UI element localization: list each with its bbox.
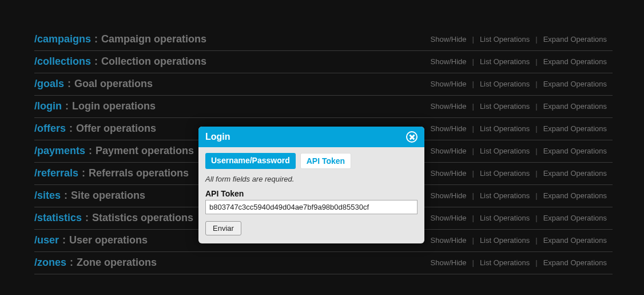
modal-title: Login bbox=[205, 132, 230, 142]
api-actions: Show/Hide|List Operations|Expand Operati… bbox=[425, 258, 613, 267]
api-token-label: API Token bbox=[205, 189, 418, 198]
expand-operations-link[interactable]: Expand Operations bbox=[538, 57, 613, 66]
api-row-title[interactable]: /zones:Zone operations bbox=[34, 257, 157, 269]
api-row-title[interactable]: /user:User operations bbox=[34, 234, 148, 246]
api-path[interactable]: /payments bbox=[34, 145, 85, 157]
colon: : bbox=[64, 190, 67, 202]
api-path[interactable]: /sites bbox=[34, 190, 61, 202]
show-hide-link[interactable]: Show/Hide bbox=[425, 102, 472, 111]
colon: : bbox=[70, 257, 73, 269]
api-row-title[interactable]: /referrals:Referrals operations bbox=[34, 167, 189, 179]
api-path[interactable]: /user bbox=[34, 234, 59, 246]
list-operations-link[interactable]: List Operations bbox=[474, 57, 535, 66]
api-row-title[interactable]: /offers:Offer operations bbox=[34, 123, 156, 135]
colon: : bbox=[67, 78, 71, 90]
api-actions: Show/Hide|List Operations|Expand Operati… bbox=[425, 124, 613, 133]
list-operations-link[interactable]: List Operations bbox=[474, 258, 535, 267]
expand-operations-link[interactable]: Expand Operations bbox=[538, 169, 613, 178]
api-description: Campaign operations bbox=[101, 33, 206, 45]
api-description: Login operations bbox=[72, 100, 156, 112]
list-operations-link[interactable]: List Operations bbox=[474, 124, 535, 133]
api-path[interactable]: /login bbox=[34, 100, 62, 112]
api-actions: Show/Hide|List Operations|Expand Operati… bbox=[425, 102, 613, 111]
show-hide-link[interactable]: Show/Hide bbox=[425, 169, 472, 178]
list-operations-link[interactable]: List Operations bbox=[474, 35, 535, 44]
expand-operations-link[interactable]: Expand Operations bbox=[538, 124, 613, 133]
api-actions: Show/Hide|List Operations|Expand Operati… bbox=[425, 236, 613, 245]
expand-operations-link[interactable]: Expand Operations bbox=[538, 191, 613, 200]
list-operations-link[interactable]: List Operations bbox=[474, 147, 535, 155]
api-path[interactable]: /collections bbox=[34, 56, 91, 68]
colon: : bbox=[94, 33, 98, 45]
colon: : bbox=[82, 167, 85, 179]
expand-operations-link[interactable]: Expand Operations bbox=[538, 102, 613, 111]
api-path[interactable]: /goals bbox=[34, 78, 64, 90]
api-token-input[interactable] bbox=[205, 200, 418, 214]
show-hide-link[interactable]: Show/Hide bbox=[425, 80, 472, 88]
api-actions: Show/Hide|List Operations|Expand Operati… bbox=[425, 147, 613, 155]
modal-body: Username/Password API Token All form fie… bbox=[198, 147, 424, 243]
colon: : bbox=[94, 56, 98, 68]
show-hide-link[interactable]: Show/Hide bbox=[425, 35, 472, 44]
api-description: Zone operations bbox=[77, 257, 157, 269]
expand-operations-link[interactable]: Expand Operations bbox=[538, 214, 613, 222]
list-operations-link[interactable]: List Operations bbox=[474, 169, 535, 178]
expand-operations-link[interactable]: Expand Operations bbox=[538, 147, 613, 155]
api-description: Collection operations bbox=[101, 56, 206, 68]
expand-operations-link[interactable]: Expand Operations bbox=[538, 80, 613, 88]
colon: : bbox=[65, 100, 69, 112]
api-description: Payment operations bbox=[96, 145, 194, 157]
api-actions: Show/Hide|List Operations|Expand Operati… bbox=[425, 214, 613, 222]
show-hide-link[interactable]: Show/Hide bbox=[425, 214, 472, 222]
api-row-title[interactable]: /campaigns:Campaign operations bbox=[34, 33, 206, 45]
api-actions: Show/Hide|List Operations|Expand Operati… bbox=[425, 57, 613, 66]
api-path[interactable]: /zones bbox=[34, 257, 66, 269]
api-description: Statistics operations bbox=[92, 212, 193, 224]
api-actions: Show/Hide|List Operations|Expand Operati… bbox=[425, 169, 613, 178]
list-operations-link[interactable]: List Operations bbox=[474, 102, 535, 111]
api-description: Offer operations bbox=[76, 123, 156, 135]
list-operations-link[interactable]: List Operations bbox=[474, 191, 535, 200]
list-operations-link[interactable]: List Operations bbox=[474, 236, 535, 245]
show-hide-link[interactable]: Show/Hide bbox=[425, 191, 472, 200]
show-hide-link[interactable]: Show/Hide bbox=[425, 57, 472, 66]
api-row: /campaigns:Campaign operationsShow/Hide|… bbox=[34, 29, 613, 51]
close-icon[interactable] bbox=[406, 131, 418, 143]
api-path[interactable]: /referrals bbox=[34, 167, 78, 179]
list-operations-link[interactable]: List Operations bbox=[474, 214, 535, 222]
expand-operations-link[interactable]: Expand Operations bbox=[538, 258, 613, 267]
colon: : bbox=[85, 212, 89, 224]
api-row-title[interactable]: /sites:Site operations bbox=[34, 190, 145, 202]
api-path[interactable]: /statistics bbox=[34, 212, 82, 224]
api-row-title[interactable]: /collections:Collection operations bbox=[34, 56, 206, 68]
list-operations-link[interactable]: List Operations bbox=[474, 80, 535, 88]
api-actions: Show/Hide|List Operations|Expand Operati… bbox=[425, 35, 613, 44]
colon: : bbox=[69, 123, 73, 135]
api-row: /login:Login operationsShow/Hide|List Op… bbox=[34, 96, 613, 118]
api-row-title[interactable]: /statistics:Statistics operations bbox=[34, 212, 193, 224]
api-actions: Show/Hide|List Operations|Expand Operati… bbox=[425, 191, 613, 200]
expand-operations-link[interactable]: Expand Operations bbox=[538, 236, 613, 245]
show-hide-link[interactable]: Show/Hide bbox=[425, 147, 472, 155]
api-path[interactable]: /offers bbox=[34, 123, 66, 135]
modal-header: Login bbox=[198, 127, 424, 147]
api-path[interactable]: /campaigns bbox=[34, 33, 91, 45]
api-description: User operations bbox=[69, 234, 148, 246]
api-row-title[interactable]: /goals:Goal operations bbox=[34, 78, 153, 90]
show-hide-link[interactable]: Show/Hide bbox=[425, 236, 472, 245]
api-actions: Show/Hide|List Operations|Expand Operati… bbox=[425, 80, 613, 88]
api-description: Goal operations bbox=[74, 78, 153, 90]
api-row: /collections:Collection operationsShow/H… bbox=[34, 51, 613, 73]
submit-button[interactable]: Enviar bbox=[205, 221, 241, 235]
login-modal: Login Username/Password API Token All fo… bbox=[198, 127, 424, 243]
tab-username-password[interactable]: Username/Password bbox=[205, 153, 296, 169]
expand-operations-link[interactable]: Expand Operations bbox=[538, 35, 613, 44]
api-description: Site operations bbox=[71, 190, 145, 202]
show-hide-link[interactable]: Show/Hide bbox=[425, 124, 472, 133]
tab-api-token[interactable]: API Token bbox=[300, 153, 351, 169]
show-hide-link[interactable]: Show/Hide bbox=[425, 258, 472, 267]
form-required-note: All form fields are required. bbox=[205, 175, 418, 183]
api-row-title[interactable]: /login:Login operations bbox=[34, 100, 156, 112]
api-row-title[interactable]: /payments:Payment operations bbox=[34, 145, 194, 157]
login-tabs: Username/Password API Token bbox=[205, 153, 418, 169]
